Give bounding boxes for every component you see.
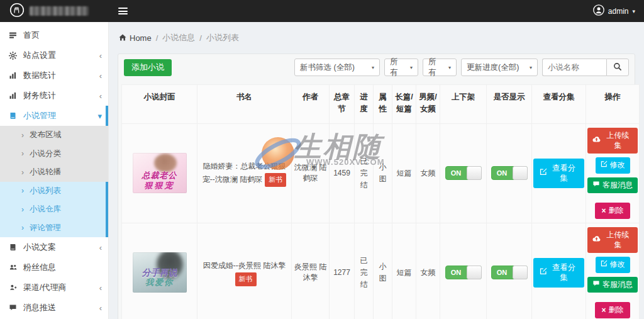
sidebar-subitem-comment-management[interactable]: › 评论管理 xyxy=(0,219,108,238)
caret-down-icon: ▾ xyxy=(372,65,374,70)
comment-icon xyxy=(592,280,600,290)
gear-icon xyxy=(9,52,18,60)
caret-down-icon: ▾ xyxy=(448,65,451,70)
cloud-upload-icon xyxy=(592,136,601,146)
sidebar-subitem-novel-category[interactable]: › 小说分类 xyxy=(0,145,108,164)
edit-button[interactable]: 修改 xyxy=(596,157,630,174)
sidebar-item-finance-stats[interactable]: 财务统计 ‹ xyxy=(0,86,108,106)
sidebar-subitem-novel-list[interactable]: › 小说列表 xyxy=(0,182,108,201)
users-icon xyxy=(9,264,18,272)
add-novel-button[interactable]: 添加小说 xyxy=(124,59,172,76)
breadcrumb-separator: / xyxy=(199,33,202,43)
book-title: 因爱成婚--炎景熙 陆沐擎 xyxy=(203,261,286,270)
all-filter-select-2[interactable]: 所有▾ xyxy=(423,59,457,76)
toggle-handle xyxy=(513,166,528,180)
breadcrumb-home[interactable]: Home xyxy=(119,33,152,43)
episodes-cell: 查看分集 xyxy=(532,223,586,319)
sidebar-subitem-novel-carousel[interactable]: › 小说轮播 xyxy=(0,163,108,182)
author-cell: 沈微澜 陆鹤琛 xyxy=(292,124,330,223)
main-content: Home / 小说信息 / 小说列表 添加小说 新书筛选 (全部)▾ 所有▾ xyxy=(109,22,644,319)
col-header-chapters: 总章节 xyxy=(330,85,355,124)
view-episodes-button[interactable]: 查看分集 xyxy=(533,258,584,288)
sidebar-item-channel-agent[interactable]: 渠道/代理商 ‹ xyxy=(0,277,108,298)
edit-icon xyxy=(540,168,547,178)
close-icon: × xyxy=(601,207,606,215)
sidebar-item-site-settings[interactable]: 站点设置 ‹ xyxy=(0,45,108,65)
new-book-badge: 新书 xyxy=(265,173,286,187)
app-logo[interactable] xyxy=(0,0,109,22)
new-book-filter-select[interactable]: 新书筛选 (全部)▾ xyxy=(294,59,380,76)
sidebar-item-novel-management[interactable]: 小说管理 ▾ xyxy=(0,106,108,126)
book-cover-image: 总裁老公 狠狠宠 xyxy=(133,153,187,193)
toggle-handle xyxy=(467,166,482,180)
col-header-actions: 操作 xyxy=(586,85,640,124)
search-group xyxy=(542,59,629,76)
sidebar-subitem-label: 小说分类 xyxy=(30,148,61,159)
customer-service-message-button[interactable]: 客服消息 xyxy=(587,177,638,194)
sidebar-item-label: 粉丝信息 xyxy=(23,262,56,273)
cloud-upload-icon xyxy=(592,235,601,245)
progress-filter-select[interactable]: 更新进度(全部)▾ xyxy=(461,59,538,76)
visible-cell: ON xyxy=(487,124,532,223)
delete-button[interactable]: × 删除 xyxy=(595,203,630,219)
upload-sequel-button[interactable]: 上传续集 xyxy=(587,227,638,253)
sidebar-item-label: 渠道/代理商 xyxy=(23,282,67,293)
chevron-left-icon: ‹ xyxy=(99,91,102,101)
col-header-cover: 小说封面 xyxy=(122,85,197,124)
sidebar-item-fans-info[interactable]: 粉丝信息 xyxy=(0,257,108,277)
table-header-row: 小说封面 书名 作者 总章节 进度 属性 长篇/短篇 男频/女频 上下架 是否显… xyxy=(122,85,640,124)
novel-table: 小说封面 书名 作者 总章节 进度 属性 长篇/短篇 男频/女频 上下架 是否显… xyxy=(121,84,640,319)
toggle-handle xyxy=(513,266,528,279)
book-icon xyxy=(9,243,18,252)
shelf-toggle[interactable]: ON xyxy=(445,166,482,180)
sidebar-item-home[interactable]: 首页 xyxy=(0,25,108,45)
actions-cell: 上传续集 修改 客服消息 xyxy=(586,124,640,223)
visible-toggle[interactable]: ON xyxy=(491,166,528,180)
sidebar-item-novel-copywriting[interactable]: 小说文案 ‹ xyxy=(0,237,108,257)
shelf-toggle[interactable]: ON xyxy=(445,266,482,279)
edit-icon xyxy=(540,267,547,277)
sidebar-item-label: 站点设置 xyxy=(23,50,56,61)
search-input[interactable] xyxy=(542,59,606,76)
book-title-cell: 因爱成婚--炎景熙 陆沐擎 新书 xyxy=(197,223,292,319)
visible-toggle[interactable]: ON xyxy=(491,266,528,279)
length-cell: 短篇 xyxy=(392,223,416,319)
delete-button[interactable]: × 删除 xyxy=(595,302,630,318)
sidebar-subitem-novel-warehouse[interactable]: › 小说仓库 xyxy=(0,200,108,219)
upload-sequel-button[interactable]: 上传续集 xyxy=(587,128,638,154)
customer-service-message-button[interactable]: 客服消息 xyxy=(587,277,638,293)
edit-button[interactable]: 修改 xyxy=(596,257,630,273)
col-header-progress: 进度 xyxy=(355,85,374,124)
breadcrumb: Home / 小说信息 / 小说列表 xyxy=(109,22,644,53)
col-header-visible: 是否显示 xyxy=(487,85,532,124)
sidebar-toggle-button[interactable] xyxy=(109,0,136,22)
edit-icon xyxy=(601,260,608,270)
caret-down-icon: ▾ xyxy=(530,65,532,70)
sidebar-subitem-publish-region[interactable]: › 发布区域 xyxy=(0,126,108,145)
breadcrumb-novel-info[interactable]: 小说信息 xyxy=(162,32,195,43)
chevron-left-icon: ‹ xyxy=(99,303,102,313)
view-episodes-button[interactable]: 查看分集 xyxy=(533,159,584,188)
angle-right-icon: › xyxy=(21,131,24,140)
sidebar-item-label: 消息推送 xyxy=(23,302,56,313)
length-cell: 短篇 xyxy=(392,124,416,223)
chapters-cell: 1277 xyxy=(330,223,355,319)
all-filter-select-1[interactable]: 所有▾ xyxy=(384,59,418,76)
shelf-cell: ON xyxy=(440,223,487,319)
sidebar-item-label: 小说管理 xyxy=(23,110,56,121)
toolbar: 添加小说 新书筛选 (全部)▾ 所有▾ 所有▾ 更新进度(全部)▾ xyxy=(121,59,631,76)
sidebar: 首页 站点设置 ‹ 数据统计 ‹ 财务统计 ‹ 小说管理 ▾ › 发布区域 › xyxy=(0,22,109,319)
col-header-shelf: 上下架 xyxy=(440,85,487,124)
col-header-length: 长篇/短篇 xyxy=(392,85,416,124)
sidebar-item-data-stats[interactable]: 数据统计 ‹ xyxy=(0,65,108,86)
channel-cell: 女频 xyxy=(416,223,440,319)
chevron-left-icon: ‹ xyxy=(99,51,102,60)
sidebar-subitem-label: 小说仓库 xyxy=(30,204,61,215)
user-avatar-icon xyxy=(593,4,604,18)
sidebar-item-message-push[interactable]: 消息推送 ‹ xyxy=(0,298,108,318)
search-button[interactable] xyxy=(606,59,629,76)
sidebar-subitem-label: 小说轮播 xyxy=(30,167,61,177)
col-header-author: 作者 xyxy=(292,85,330,124)
new-book-badge: 新书 xyxy=(235,272,257,286)
user-menu[interactable]: admin ▾ xyxy=(593,0,644,22)
